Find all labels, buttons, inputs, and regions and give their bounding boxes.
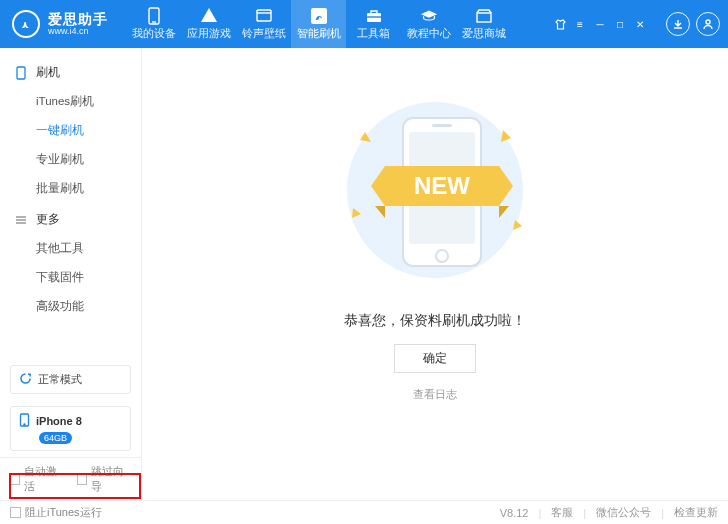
sidebar-section-flash: 刷机	[0, 56, 141, 87]
section-title: 更多	[36, 211, 60, 228]
svg-point-13	[24, 424, 25, 425]
apps-icon	[200, 7, 218, 25]
footer-link-update[interactable]: 检查更新	[674, 505, 718, 520]
success-illustration: NEW	[325, 90, 545, 290]
top-nav: 我的设备 应用游戏 铃声壁纸 智能刷机 工具箱 教程中心 爱思商城	[126, 0, 511, 48]
checkbox-label: 跳过向导	[91, 464, 131, 494]
menu-icon[interactable]: ≡	[570, 16, 590, 32]
nav-label: 工具箱	[357, 27, 390, 41]
sidebar-item-pro-flash[interactable]: 专业刷机	[36, 145, 141, 174]
checkbox-label: 自动激活	[24, 464, 64, 494]
svg-rect-2	[257, 10, 271, 21]
checkbox-icon	[10, 474, 20, 485]
ringtone-icon	[255, 7, 273, 25]
sidebar-item-oneclick-flash[interactable]: 一键刷机	[36, 116, 141, 145]
user-button[interactable]	[696, 12, 720, 36]
nav-label: 应用游戏	[187, 27, 231, 41]
phone-icon	[19, 413, 30, 429]
checkbox-icon	[77, 474, 87, 485]
main-content: NEW 恭喜您，保资料刷机成功啦！ 确定 查看日志	[142, 48, 728, 500]
maximize-icon[interactable]: □	[610, 16, 630, 32]
window-controls: ≡ ─ □ ✕	[550, 16, 650, 32]
success-message: 恭喜您，保资料刷机成功啦！	[344, 312, 526, 330]
checkbox-stop-itunes[interactable]: 阻止iTunes运行	[10, 505, 102, 520]
device-name: iPhone 8	[36, 415, 82, 427]
svg-point-7	[706, 20, 710, 24]
nav-my-device[interactable]: 我的设备	[126, 0, 181, 48]
checkbox-auto-activate[interactable]: 自动激活	[10, 464, 65, 494]
flash-icon	[310, 7, 328, 25]
version-label: V8.12	[500, 507, 529, 519]
svg-rect-6	[477, 13, 491, 22]
ok-button[interactable]: 确定	[394, 344, 476, 373]
mode-label: 正常模式	[38, 372, 82, 387]
sidebar-bottom-row: 自动激活 跳过向导	[0, 457, 141, 500]
titlebar: 爱思助手 www.i4.cn 我的设备 应用游戏 铃声壁纸 智能刷机 工具箱 教…	[0, 0, 728, 48]
brand-url: www.i4.cn	[48, 27, 108, 36]
nav-label: 铃声壁纸	[242, 27, 286, 41]
banner-text: NEW	[414, 172, 470, 199]
section-title: 刷机	[36, 64, 60, 81]
download-button[interactable]	[666, 12, 690, 36]
nav-label: 我的设备	[132, 27, 176, 41]
device-icon	[145, 7, 163, 25]
svg-rect-8	[17, 67, 25, 79]
sidebar-item-download-fw[interactable]: 下载固件	[36, 263, 141, 292]
nav-flash[interactable]: 智能刷机	[291, 0, 346, 48]
nav-apps[interactable]: 应用游戏	[181, 0, 236, 48]
footer-link-wechat[interactable]: 微信公众号	[596, 505, 651, 520]
footer-link-support[interactable]: 客服	[551, 505, 573, 520]
footer: 阻止iTunes运行 V8.12 | 客服 | 微信公众号 | 检查更新	[0, 500, 728, 524]
refresh-icon	[19, 372, 32, 387]
nav-label: 智能刷机	[297, 27, 341, 41]
view-log-link[interactable]: 查看日志	[413, 387, 457, 402]
store-icon	[475, 7, 493, 25]
nav-toolbox[interactable]: 工具箱	[346, 0, 401, 48]
sidebar-item-itunes-flash[interactable]: iTunes刷机	[36, 87, 141, 116]
brand-logo: 爱思助手 www.i4.cn	[12, 10, 108, 38]
minimize-icon[interactable]: ─	[590, 16, 610, 32]
sidebar: 刷机 iTunes刷机 一键刷机 专业刷机 批量刷机 更多 其他工具 下载固件 …	[0, 48, 142, 500]
brand-name: 爱思助手	[48, 12, 108, 27]
logo-icon	[12, 10, 40, 38]
svg-rect-22	[432, 124, 452, 127]
phone-icon	[14, 66, 28, 80]
storage-badge: 64GB	[39, 432, 72, 444]
mode-card[interactable]: 正常模式	[10, 365, 131, 394]
toolbox-icon	[365, 7, 383, 25]
more-icon	[14, 213, 28, 227]
tutorial-icon	[420, 7, 438, 25]
nav-label: 爱思商城	[462, 27, 506, 41]
nav-label: 教程中心	[407, 27, 451, 41]
nav-tutorial[interactable]: 教程中心	[401, 0, 456, 48]
checkbox-icon	[10, 507, 21, 518]
sidebar-item-batch-flash[interactable]: 批量刷机	[36, 174, 141, 203]
nav-store[interactable]: 爱思商城	[456, 0, 511, 48]
skin-icon[interactable]	[550, 16, 570, 32]
checkbox-skip-wizard[interactable]: 跳过向导	[77, 464, 132, 494]
sidebar-section-more: 更多	[0, 203, 141, 234]
close-icon[interactable]: ✕	[630, 16, 650, 32]
nav-ringtone[interactable]: 铃声壁纸	[236, 0, 291, 48]
checkbox-label: 阻止iTunes运行	[25, 505, 102, 520]
sidebar-item-advanced[interactable]: 高级功能	[36, 292, 141, 321]
sidebar-item-other-tools[interactable]: 其他工具	[36, 234, 141, 263]
device-card[interactable]: iPhone 8 64GB	[10, 406, 131, 451]
